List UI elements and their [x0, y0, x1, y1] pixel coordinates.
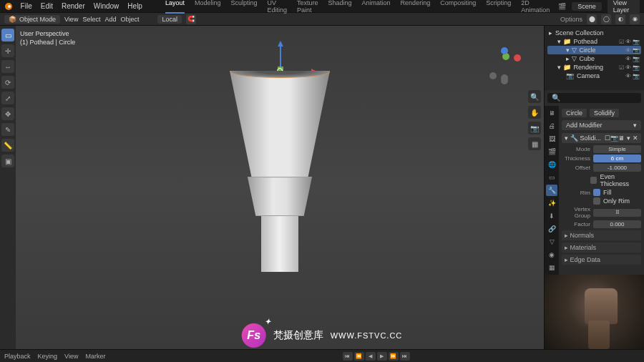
outliner-rendering[interactable]: ▾ 📁 Rendering☑ 👁 📷 [547, 63, 641, 72]
proptab-render[interactable]: 🖥 [546, 107, 557, 119]
tool-select[interactable]: ▭ [1, 29, 14, 41]
zoom-icon[interactable]: 🔍 [528, 90, 541, 103]
only-rim-checkbox[interactable] [593, 197, 600, 205]
shading-mat-icon[interactable]: ◐ [615, 14, 625, 24]
modifier-header[interactable]: ▾ 🔧 Solidi... ☐📷🖥 ▾ ✕ [562, 133, 641, 143]
proptab-texture[interactable]: ▦ [546, 262, 557, 273]
proptab-material[interactable]: ◉ [546, 249, 557, 260]
header-select[interactable]: Select [82, 16, 100, 23]
chevron-down-icon: ▾ [633, 122, 637, 129]
tab-2d[interactable]: 2D Animation [521, 0, 550, 14]
timeline-keying[interactable]: Keying [38, 353, 58, 360]
play-button[interactable]: ▶ [377, 352, 387, 361]
fill-checkbox[interactable] [593, 189, 600, 196]
prev-key-button[interactable]: ⏪ [354, 352, 364, 361]
property-search[interactable]: 🔍 [547, 93, 641, 103]
jump-end-button[interactable]: ⏭ [400, 352, 410, 361]
factor-value[interactable]: 0.000 [593, 220, 641, 228]
pan-icon[interactable]: ✋ [528, 106, 541, 119]
proptab-viewlayer[interactable]: 🖼 [546, 133, 557, 145]
mode-value[interactable]: Simple [593, 145, 641, 153]
tool-cursor[interactable]: ✛ [1, 44, 14, 57]
proptab-object[interactable]: ▭ [546, 172, 557, 183]
tool-transform[interactable]: ✥ [1, 107, 14, 120]
tab-shading[interactable]: Shading [328, 0, 352, 14]
persp-icon[interactable]: ▦ [528, 137, 541, 150]
menu-file[interactable]: File [21, 2, 32, 10]
snap-icon[interactable]: 🧲 [186, 14, 196, 24]
gizmo-negx-icon[interactable] [489, 72, 497, 79]
outliner-scene-collection[interactable]: ▸ Scene Collection [547, 29, 641, 37]
shading-solid-icon[interactable]: ⬤ [587, 14, 597, 24]
header-object[interactable]: Object [120, 16, 139, 23]
tool-rotate[interactable]: ⟳ [1, 76, 14, 89]
gizmo-x-icon[interactable] [514, 54, 521, 62]
tool-annotate[interactable]: ✎ [1, 123, 14, 136]
tab-modeling[interactable]: Modeling [195, 0, 221, 14]
outliner-circle[interactable]: ▾ ▽ Circle👁 📷 [547, 46, 641, 54]
proptab-scene[interactable]: 🎬 [546, 146, 557, 157]
menu-edit[interactable]: Edit [41, 2, 53, 10]
tab-layout[interactable]: Layout [165, 0, 185, 14]
outliner-pothead[interactable]: ▾ 📁 Pothead☑ 👁 📷 [547, 37, 641, 46]
next-key-button[interactable]: ⏩ [389, 352, 399, 361]
proptab-output[interactable]: 🖨 [546, 120, 557, 132]
vg-field[interactable]: ⠿ [593, 209, 641, 217]
jump-start-button[interactable]: ⏮ [343, 352, 353, 361]
header-add[interactable]: Add [104, 16, 116, 23]
main-menu: File Edit Render Window Help [21, 2, 142, 10]
gizmo-negz-icon[interactable] [501, 77, 508, 84]
mode-select[interactable]: 📦Object Mode [4, 15, 60, 24]
tab-compositing[interactable]: Compositing [440, 0, 476, 14]
header-options[interactable]: Options [560, 16, 582, 23]
gizmo-z-icon[interactable] [501, 47, 508, 54]
outliner-camera[interactable]: 📷 Camera👁 📷 [547, 72, 641, 80]
3d-model[interactable] [230, 71, 330, 272]
tool-move[interactable]: ↔ [1, 60, 14, 73]
proptab-mesh[interactable]: ▽ [546, 236, 557, 248]
menu-help[interactable]: Help [127, 2, 142, 10]
section-materials[interactable]: ▸ Materials [562, 243, 641, 253]
nav-gizmo[interactable] [487, 47, 522, 83]
thickness-value[interactable]: 6 cm [593, 155, 641, 162]
scene-field[interactable]: Scene [572, 2, 602, 11]
play-rev-button[interactable]: ◀ [366, 352, 376, 361]
proptab-particles[interactable]: ✨ [546, 197, 557, 209]
add-modifier-button[interactable]: Add Modifier▾ [562, 120, 641, 130]
outliner-cube[interactable]: ▸ ▽ Cube👁 📷 [547, 54, 641, 63]
timeline-playback[interactable]: Playback [4, 353, 31, 360]
shading-render-icon[interactable]: ◉ [630, 14, 640, 24]
section-normals[interactable]: ▸ Normals [562, 230, 641, 240]
factor-label: Factor [562, 221, 590, 228]
camera-icon[interactable]: 📷 [528, 122, 541, 134]
bc-object[interactable]: Circle [562, 109, 587, 117]
timeline-view[interactable]: View [64, 353, 78, 360]
shading-wire-icon[interactable]: ◯ [601, 14, 611, 24]
tab-sculpting[interactable]: Sculpting [230, 0, 257, 14]
menu-window[interactable]: Window [94, 2, 119, 10]
tool-measure[interactable]: 📏 [1, 139, 14, 152]
tab-texpaint[interactable]: Texture Paint [297, 0, 318, 14]
proptab-modifier[interactable]: 🔧 [546, 185, 557, 196]
timeline-marker[interactable]: Marker [85, 353, 105, 360]
section-edgedata[interactable]: ▸ Edge Data [562, 255, 641, 265]
tool-scale[interactable]: ⤢ [1, 92, 14, 104]
tab-animation[interactable]: Animation [362, 0, 391, 14]
properties-panel: Circle Solidify Add Modifier▾ ▾ 🔧 Solidi… [559, 106, 644, 275]
header-view[interactable]: View [64, 16, 78, 23]
menu-render[interactable]: Render [62, 2, 85, 10]
proptab-physics[interactable]: ⬇ [546, 210, 557, 222]
tab-uv[interactable]: UV Editing [268, 0, 288, 14]
proptab-constraints[interactable]: 🔗 [546, 223, 557, 235]
offset-value[interactable]: -1.0000 [593, 164, 641, 172]
3d-viewport[interactable]: User Perspective (1) Pothead | Circle 🔍 … [16, 26, 544, 349]
outliner[interactable]: ▸ Scene Collection ▾ 📁 Pothead☑ 👁 📷 ▾ ▽ … [545, 26, 644, 90]
tab-scripting[interactable]: Scripting [486, 0, 511, 14]
orientation-select[interactable]: Local [157, 15, 182, 24]
proptab-world[interactable]: 🌐 [546, 159, 557, 170]
bc-modifier[interactable]: Solidify [590, 109, 619, 117]
even-thickness-checkbox[interactable] [590, 177, 597, 184]
viewlayer-field[interactable]: View Layer [608, 0, 640, 14]
tool-addcube[interactable]: ▣ [1, 155, 14, 167]
tab-rendering[interactable]: Rendering [401, 0, 431, 14]
